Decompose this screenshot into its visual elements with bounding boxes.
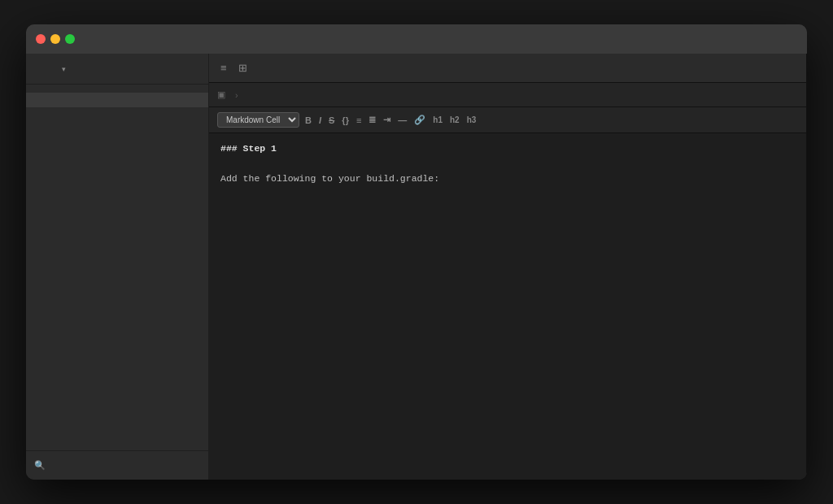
sidebar: ▾ 🔍 [26,54,209,480]
link-button[interactable]: 🔗 [412,114,428,126]
bold-button[interactable]: B [303,115,314,126]
note-item-springcloud[interactable] [26,107,208,122]
notebook-selector[interactable]: ▾ [59,65,66,73]
ol-button[interactable]: ≣ [366,114,378,126]
note-list [26,93,208,450]
maximize-button[interactable] [65,34,75,44]
code-block: ### Step 1 Add the following to your bui… [220,141,795,186]
h1-button[interactable]: h1 [430,115,445,125]
sort-label[interactable] [26,85,208,93]
h2-button[interactable]: h2 [447,115,462,125]
cell-type-select[interactable]: Markdown Cell Code Cell LaTeX Cell [217,112,299,128]
italic-button[interactable]: I [316,115,324,126]
add-note-button[interactable] [36,61,52,77]
traffic-lights [36,34,75,44]
sidebar-header: ▾ [26,54,208,85]
minimize-button[interactable] [50,34,60,44]
editor-toolbar: ≡ ⊞ [209,54,806,83]
code-button[interactable]: {} [339,115,351,126]
main-content: ▾ 🔍 [26,54,807,480]
h3-button[interactable]: h3 [464,115,479,125]
notebook-icon: ▣ [217,89,225,100]
minus-button[interactable]: — [395,115,409,126]
close-button[interactable] [36,34,46,44]
editor-pane: ≡ ⊞ ▣ › Markdown Cell Code Cell LaTeX Ce… [209,54,807,480]
breadcrumb-sep: › [235,90,238,100]
strikethrough-button[interactable]: S [326,115,337,126]
sidebar-search[interactable]: 🔍 [26,450,208,480]
search-icon: 🔍 [34,460,46,471]
indent-button[interactable]: ⇥ [381,114,393,126]
format-toolbar: Markdown Cell Code Cell LaTeX Cell B I S… [209,107,806,133]
search-input[interactable] [50,461,200,471]
titlebar [26,24,807,54]
chevron-down-icon: ▾ [62,65,66,73]
editor-body[interactable]: ### Step 1 Add the following to your bui… [209,133,806,480]
app-window: ▾ 🔍 [26,24,807,480]
expand-icon[interactable]: ⊞ [235,60,251,76]
note-item-hystrix[interactable] [26,122,208,137]
breadcrumb: ▣ › [209,83,806,107]
ul-button[interactable]: ≡ [354,115,364,126]
hamburger-icon[interactable]: ≡ [217,60,230,76]
note-item-coordinatortablayout[interactable] [26,93,208,107]
format-buttons: B I S {} ≡ ≣ ⇥ — 🔗 h1 h2 h3 [303,114,478,126]
